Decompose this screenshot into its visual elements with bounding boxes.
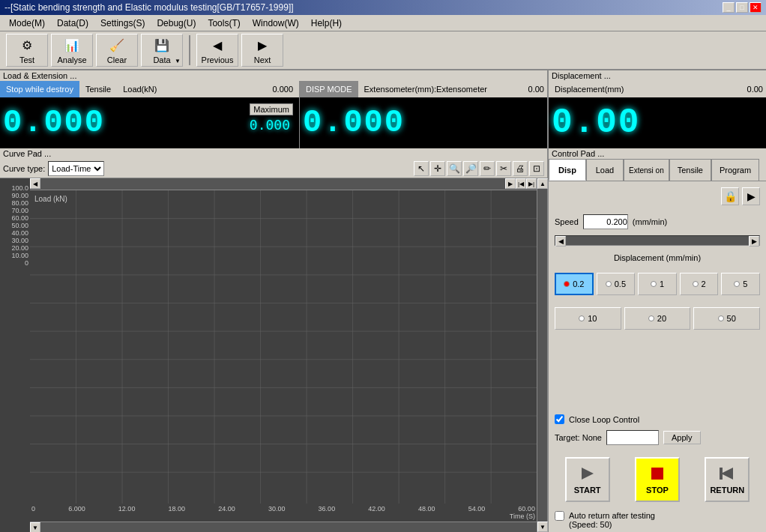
return-button[interactable]: RETURN <box>705 457 750 502</box>
test-button[interactable]: ⚙ Test <box>6 34 48 67</box>
auto-return-checkbox[interactable] <box>555 511 564 521</box>
speed-scroll-left[interactable]: ◀ <box>555 236 566 247</box>
auto-return-row: Auto return after testing (Speed: 50) <box>549 508 766 532</box>
cut-icon[interactable]: ✂ <box>496 161 511 176</box>
return-label: RETURN <box>710 486 744 495</box>
previous-button[interactable]: ◀ Previous <box>196 34 238 67</box>
crosshair-icon[interactable]: ✛ <box>430 161 445 176</box>
scroll-down-btn[interactable]: ▼ <box>30 522 40 532</box>
vscroll-track <box>537 189 547 522</box>
tab-extension[interactable]: Extensi on <box>624 159 669 181</box>
apply-button[interactable]: Apply <box>663 431 701 444</box>
zoom-in-icon[interactable]: 🔍 <box>447 161 462 176</box>
svg-marker-22 <box>721 468 733 480</box>
disp-btn-10[interactable]: 10 <box>555 307 621 330</box>
curve-pad-title: Curve Pad ... <box>0 148 547 159</box>
control-pad-title: Control Pad ... <box>549 148 766 159</box>
disp-val-5: 5 <box>743 279 747 288</box>
x-42: 42.00 <box>368 505 385 513</box>
test-label: Test <box>19 55 34 64</box>
minimize-button[interactable]: _ <box>723 2 735 13</box>
data-button[interactable]: 💾 Data ▼ <box>141 34 183 67</box>
disp-buttons-row1: 0.2 0.5 1 2 <box>555 273 760 295</box>
disp-btn-50[interactable]: 50 <box>693 307 760 330</box>
y-0: 0 <box>25 259 28 267</box>
tab-load[interactable]: Load <box>586 159 624 181</box>
disp-btn-0.2[interactable]: 0.2 <box>555 273 594 295</box>
y-axis: 100.0 90.00 80.00 70.00 60.00 50.00 40.0… <box>0 178 30 532</box>
stop-button[interactable]: STOP <box>635 457 680 502</box>
speed-scroll-right[interactable]: ▶ <box>749 236 759 247</box>
vscroll-down-btn[interactable]: ▼ <box>537 522 548 532</box>
tab-disp[interactable]: Disp <box>549 159 586 181</box>
curve-type-select[interactable]: Load-Time <box>48 161 104 176</box>
clear-button[interactable]: 🧹 Clear <box>96 34 138 67</box>
stop-label: Stop while destroy <box>0 81 79 97</box>
scroll-left-btn[interactable]: ◀ <box>30 178 40 189</box>
disp-btn-1[interactable]: 1 <box>638 273 677 295</box>
ext-value: 0.00 <box>525 81 547 97</box>
speed-input[interactable] <box>583 214 628 229</box>
curve-icons: ↖ ✛ 🔍 🔎 ✏ ✂ 🖨 ⊡ <box>414 161 544 176</box>
expand-arrow-button[interactable]: ▶ <box>742 187 760 205</box>
tab-tensile[interactable]: Tensile <box>669 159 711 181</box>
vscroll-up-btn[interactable]: ▲ <box>537 178 548 189</box>
disp-digital-display: 0.00 <box>549 97 766 148</box>
disp-btn-20[interactable]: 20 <box>624 307 691 330</box>
graph-nav-end[interactable]: ▶| <box>526 178 537 189</box>
radio-2 <box>693 281 699 287</box>
load-popup: Maximum 0.000 <box>247 103 293 134</box>
tab-program[interactable]: Program <box>711 159 759 181</box>
draw-icon[interactable]: ✏ <box>480 161 495 176</box>
target-input[interactable] <box>606 430 659 445</box>
menu-tools[interactable]: Tools(T) <box>202 16 246 30</box>
graph-area: ◀ ▶ |◀ ▶| <box>30 178 537 532</box>
load-header: Stop while destroy Tensile Load(kN) 0.00… <box>0 81 299 97</box>
graph-nav-start[interactable]: |◀ <box>516 178 526 189</box>
start-button[interactable]: START <box>565 457 610 502</box>
stop-icon <box>648 465 666 483</box>
scroll-right-btn[interactable]: ▶ <box>505 178 516 189</box>
disp-btn-2[interactable]: 2 <box>680 273 719 295</box>
x-48: 48.00 <box>418 505 435 513</box>
zoom-out-icon[interactable]: 🔎 <box>463 161 478 176</box>
disp-btn-0.5[interactable]: 0.5 <box>597 273 636 295</box>
toolbar: ⚙ Test 📊 Analyse 🧹 Clear 💾 Data ▼ ◀ Prev… <box>0 31 766 70</box>
disp-btn-5[interactable]: 5 <box>721 273 760 295</box>
menu-help[interactable]: Help(H) <box>305 16 348 30</box>
disp-header-value: 0.00 <box>744 83 766 95</box>
graph-grid-area: Load (kN) <box>30 190 537 504</box>
analyse-button[interactable]: 📊 Analyse <box>51 34 93 67</box>
cursor-icon[interactable]: ↖ <box>414 161 429 176</box>
menu-data[interactable]: Data(D) <box>51 16 94 30</box>
menu-settings[interactable]: Settings(S) <box>94 16 151 30</box>
maximize-button[interactable]: □ <box>736 2 748 13</box>
graph-hscroll-bottom: ▼ <box>30 522 537 532</box>
lock-area: 🔒 ▶ <box>555 187 760 205</box>
close-button[interactable]: ✕ <box>750 2 762 13</box>
start-label: START <box>574 486 601 495</box>
print-icon[interactable]: 🖨 <box>513 161 528 176</box>
spacer <box>555 339 760 408</box>
expand-icon[interactable]: ⊡ <box>529 161 544 176</box>
menu-window[interactable]: Window(W) <box>247 16 305 30</box>
curve-pad: Curve Pad ... Curve type: Load-Time ↖ ✛ … <box>0 148 547 532</box>
ext-header: DISP MODE Extensometer(mm):Extensometer … <box>300 81 547 97</box>
time-label: Time (S) <box>510 513 535 520</box>
analyse-label: Analyse <box>57 55 86 64</box>
data-icon: 💾 <box>153 36 171 54</box>
menu-debug[interactable]: Debug(U) <box>151 16 202 30</box>
previous-icon: ◀ <box>208 36 226 54</box>
radio-0.2 <box>564 281 570 287</box>
x-24: 24.00 <box>218 505 235 513</box>
next-button[interactable]: ▶ Next <box>241 34 283 67</box>
lock-button[interactable]: 🔒 <box>721 187 739 205</box>
x-0: 0 <box>31 505 35 513</box>
close-loop-checkbox[interactable] <box>555 414 564 424</box>
left-panel: Load & Extension ... Stop while destroy … <box>0 70 549 532</box>
load-panel: Stop while destroy Tensile Load(kN) 0.00… <box>0 81 300 147</box>
clear-icon: 🧹 <box>108 36 126 54</box>
menu-mode[interactable]: Mode(M) <box>3 16 51 30</box>
load-digital-display: 0.000 Maximum 0.000 <box>0 97 299 148</box>
radio-10 <box>579 315 585 321</box>
